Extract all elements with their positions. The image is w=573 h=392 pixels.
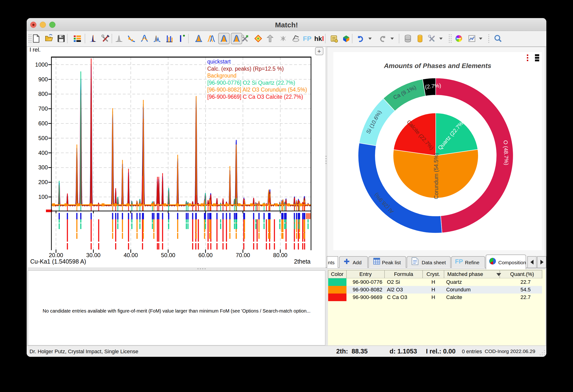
svg-text:H: H [431, 287, 435, 292]
svg-text:Calcite: Calcite [446, 294, 462, 300]
svg-text:300: 300 [38, 164, 48, 170]
svg-text:hkl: hkl [314, 35, 324, 42]
svg-text:FP: FP [455, 258, 463, 265]
svg-text:60.00: 60.00 [198, 252, 213, 258]
svg-text:Background: Background [207, 72, 236, 79]
svg-text:Corundum (54.5%): Corundum (54.5%) [433, 153, 439, 199]
svg-text:Amounts of Phases and Elements: Amounts of Phases and Elements [384, 62, 491, 69]
svg-text:700: 700 [38, 105, 48, 112]
svg-text:Composition: Composition [498, 260, 526, 265]
svg-text:30.00: 30.00 [86, 252, 100, 258]
svg-text:Quant.(%): Quant.(%) [510, 271, 534, 277]
svg-text:50.00: 50.00 [161, 252, 175, 258]
svg-text:Refine: Refine [465, 260, 480, 265]
svg-text:FP: FP [303, 35, 311, 42]
svg-text:400: 400 [38, 150, 48, 156]
svg-text:+: + [317, 48, 321, 55]
svg-text:70.00: 70.00 [236, 252, 250, 258]
svg-text:I rel.: I rel. [30, 47, 41, 53]
svg-text:96-900-0776: 96-900-0776 [353, 279, 382, 285]
svg-text:Peak list: Peak list [382, 260, 401, 265]
svg-text:[96-900-8082] Al2 O3 Corundum: [96-900-8082] Al2 O3 Corundum (54.5%) [207, 86, 307, 93]
svg-text:Matched phase: Matched phase [447, 271, 483, 277]
svg-text:800: 800 [38, 91, 48, 97]
svg-text:nts: nts [328, 260, 335, 265]
svg-text:Formula: Formula [394, 271, 413, 277]
svg-text:Add: Add [353, 260, 361, 265]
svg-text:quickstart: quickstart [207, 58, 231, 65]
svg-text:[96-900-0776] O2 Si Quartz (22: [96-900-0776] O2 Si Quartz (22.7%) [207, 80, 295, 86]
svg-text:40.00: 40.00 [124, 252, 138, 258]
svg-text:22.7: 22.7 [520, 279, 531, 285]
svg-text:Cryst.: Cryst. [426, 271, 440, 277]
svg-text:20.00: 20.00 [49, 252, 63, 258]
svg-text:54.5: 54.5 [520, 287, 531, 292]
svg-text:H: H [431, 294, 435, 300]
svg-text:O (48.7%): O (48.7%) [502, 140, 510, 165]
svg-text:Quartz: Quartz [446, 279, 462, 285]
svg-text:Color: Color [331, 271, 344, 277]
svg-text:22.7: 22.7 [520, 294, 531, 300]
svg-text:Data sheet: Data sheet [422, 260, 446, 265]
svg-text:80.00: 80.00 [273, 252, 287, 258]
svg-text:100: 100 [38, 194, 48, 200]
svg-text:2theta: 2theta [294, 258, 310, 265]
svg-text:Entry: Entry [359, 271, 372, 277]
svg-text:Corundum: Corundum [446, 287, 471, 292]
svg-text:H: H [431, 279, 435, 285]
svg-text:[96-900-9669] C Ca O3 Calcite: [96-900-9669] C Ca O3 Calcite (22.7%) [207, 94, 303, 100]
svg-text:1000: 1000 [35, 61, 48, 68]
svg-text:600: 600 [38, 120, 48, 127]
svg-text:Calc. (exp. peaks) (Rp=12.5 %): Calc. (exp. peaks) (Rp=12.5 %) [207, 66, 284, 72]
svg-text:Al2 O3: Al2 O3 [387, 287, 403, 292]
svg-text:96-900-8082: 96-900-8082 [353, 287, 382, 292]
svg-text:O2 Si: O2 Si [387, 279, 400, 285]
svg-text:500: 500 [38, 135, 48, 141]
svg-text:C Ca O3: C Ca O3 [387, 294, 407, 300]
svg-text:200: 200 [38, 179, 48, 185]
svg-text:Cu-Ka1 (1.540598 A): Cu-Ka1 (1.540598 A) [30, 258, 86, 265]
svg-text:900: 900 [38, 76, 48, 83]
svg-text:96-900-9669: 96-900-9669 [353, 294, 382, 300]
